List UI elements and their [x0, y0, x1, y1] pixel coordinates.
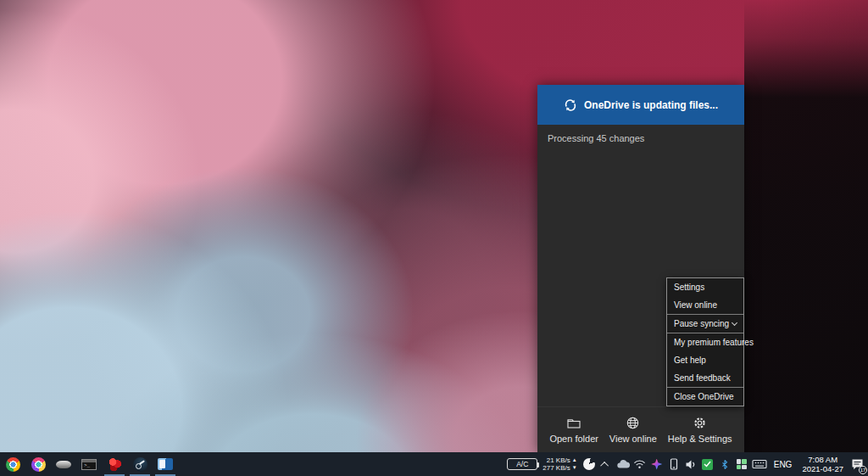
antivirus-shield-icon: [702, 459, 713, 470]
tray-puzzle-app[interactable]: [735, 452, 748, 476]
onedrive-flyout-header: OneDrive is updating files...: [537, 85, 744, 125]
steam-icon: [133, 457, 147, 472]
puzzle-icon: [737, 459, 747, 469]
globe-icon: [626, 416, 640, 430]
menu-item-label: My premium features: [674, 333, 754, 351]
taskbar-app-external-drive[interactable]: [51, 452, 76, 476]
menu-item-label: Close OneDrive: [674, 388, 743, 406]
tray-pie-app[interactable]: [582, 452, 596, 476]
menu-item-label: Settings: [674, 278, 743, 296]
menu-item-settings[interactable]: Settings: [667, 278, 743, 296]
chrome-profile-icon: [31, 457, 46, 472]
tray-volume[interactable]: [684, 452, 698, 476]
menu-item-my-premium-features[interactable]: My premium features: [667, 333, 743, 351]
network-speed-indicator[interactable]: 21 KB/s ▲ 277 KB/s ▼: [542, 452, 576, 476]
desktop: OneDrive is updating files... Processing…: [0, 0, 868, 476]
action-center-button[interactable]: 17: [850, 452, 865, 476]
taskbar-app-chrome[interactable]: [0, 452, 25, 476]
tray-phone-link[interactable]: [667, 452, 681, 476]
taskbar-app-photos[interactable]: [153, 452, 178, 476]
chrome-icon: [6, 457, 20, 472]
open-folder-label: Open folder: [549, 434, 598, 444]
upload-speed: 21 KB/s: [547, 456, 570, 464]
taskbar-app-chrome-profile[interactable]: [25, 452, 51, 476]
speaker-icon: [685, 459, 697, 470]
download-arrow-icon: ▼: [572, 464, 577, 472]
chevron-up-icon: [600, 461, 609, 469]
wallpaper-dark-shade: [744, 0, 868, 452]
pie-chart-icon: [583, 458, 595, 470]
download-speed: 277 KB/s: [542, 464, 570, 472]
clock[interactable]: 7:08 AM 2021-04-27: [798, 452, 847, 476]
tray-network[interactable]: [633, 452, 647, 476]
chevron-down-icon: [732, 319, 737, 325]
terminal-icon: [81, 459, 97, 470]
onedrive-cloud-icon: [616, 459, 630, 469]
tray-antivirus[interactable]: [701, 452, 715, 476]
battery-icon: A/C: [507, 458, 537, 470]
menu-item-label: View online: [674, 296, 743, 314]
view-online-button[interactable]: View online: [609, 416, 657, 444]
menu-item-label: Get help: [674, 351, 743, 369]
sync-status-text: Processing 45 changes: [548, 133, 734, 143]
date-label: 2021-04-27: [802, 464, 843, 473]
upload-arrow-icon: ▲: [572, 456, 577, 464]
notification-badge: 17: [859, 466, 867, 474]
touch-keyboard-button[interactable]: [752, 452, 767, 476]
menu-item-label: Send feedback: [674, 369, 743, 387]
onedrive-context-menu: Settings View online Pause syncing My pr…: [666, 277, 744, 406]
taskbar: A/C 21 KB/s ▲ 277 KB/s ▼: [0, 452, 868, 476]
tray-bluetooth[interactable]: [718, 452, 732, 476]
folder-icon: [566, 417, 581, 430]
tray-onedrive[interactable]: [616, 452, 630, 476]
external-drive-icon: [56, 461, 71, 468]
show-hidden-icons-button[interactable]: [599, 452, 613, 476]
open-folder-button[interactable]: Open folder: [549, 417, 598, 444]
taskbar-app-red-app[interactable]: [102, 452, 127, 476]
help-settings-button[interactable]: Help & Settings: [668, 416, 732, 444]
taskbar-app-terminal[interactable]: [76, 452, 102, 476]
gear-icon: [693, 416, 707, 430]
sync-icon: [564, 98, 577, 112]
phone-icon: [670, 458, 678, 470]
system-tray: A/C 21 KB/s ▲ 277 KB/s ▼: [507, 452, 868, 476]
taskbar-app-steam[interactable]: [127, 452, 153, 476]
menu-item-view-online[interactable]: View online: [667, 296, 743, 314]
help-settings-label: Help & Settings: [668, 434, 732, 444]
menu-item-get-help[interactable]: Get help: [667, 351, 743, 369]
language-label: ENG: [774, 460, 793, 469]
time-label: 7:08 AM: [808, 455, 837, 464]
tray-sparkle-app[interactable]: [650, 452, 664, 476]
taskbar-pinned-apps: [0, 452, 178, 476]
power-status-indicator[interactable]: A/C: [507, 452, 539, 476]
sparkle-icon: [651, 459, 662, 470]
battery-label: A/C: [516, 460, 528, 468]
photos-app-icon: [158, 458, 173, 470]
bluetooth-icon: [720, 458, 730, 471]
menu-item-pause-syncing[interactable]: Pause syncing: [667, 315, 743, 333]
menu-item-label: Pause syncing: [674, 315, 732, 333]
view-online-label: View online: [609, 434, 657, 444]
language-indicator[interactable]: ENG: [771, 452, 796, 476]
menu-item-send-feedback[interactable]: Send feedback: [667, 369, 743, 387]
flyout-title: OneDrive is updating files...: [584, 99, 718, 111]
red-app-icon: [108, 457, 122, 472]
wifi-icon: [633, 459, 646, 469]
touch-keyboard-icon: [752, 459, 767, 469]
onedrive-flyout-footer: Open folder View online: [537, 406, 744, 452]
menu-item-close-onedrive[interactable]: Close OneDrive: [667, 388, 743, 406]
